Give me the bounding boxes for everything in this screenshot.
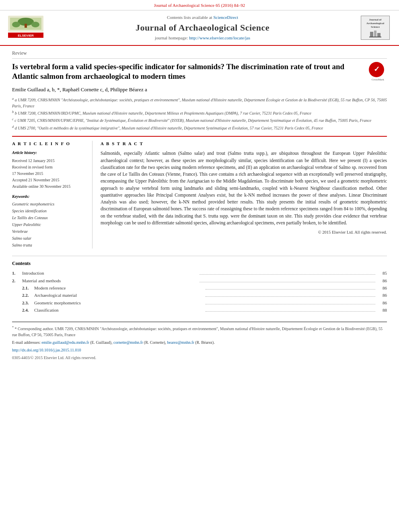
article-info-column: A R T I C L E I N F O Article history: R… [12,141,93,249]
issn-bar: 0305-4403/© 2015 Elsevier Ltd. All right… [12,355,387,361]
contents-section: Contents 1. Introduction 85 2. Material … [12,256,387,313]
authors-text: Emilie Guillaud a, b, *, Raphaël Cornett… [12,86,147,92]
item-label-2-3: Geometric morphometrics [34,300,204,306]
keyword-5: Vertebrae [12,228,86,235]
svg-rect-9 [374,31,376,37]
email1-link[interactable]: emilie.guillaud@edu.mnhn.fr [41,340,89,345]
footer-section: * * Corresponding author. UMR 7209, CNRS… [12,322,387,361]
keywords-heading: Keywords: [12,194,86,199]
item-num-2: 2. [12,278,22,284]
available-date: Available online 30 November 2015 [12,183,86,190]
journal-logo-right: Journal ofArchaeologicalScience [361,16,391,40]
email2-name: (R. Cornette), [144,340,166,345]
contents-list: 1. Introduction 85 2. Material and metho… [12,270,387,313]
abstract-heading: A B S T R A C T [101,141,387,147]
received-date: Received 12 January 2015 [12,158,86,164]
page-num-2-4: 88 [377,307,387,313]
keyword-1: Geometric morphometrics [12,201,86,207]
keyword-6: Salmo salar [12,235,86,242]
affil-b: b b UMR 7208, CNRS/MNHN/IRD/UPMC, Muséum… [12,110,387,116]
journal-center: Contents lists available at ScienceDirec… [44,14,361,41]
elsevier-logo: ELSEVIER [8,16,44,40]
article-info-heading: A R T I C L E I N F O [12,141,86,147]
contents-item-1: 1. Introduction 85 [12,270,387,276]
dots-1 [200,274,375,275]
svg-point-4 [12,22,20,27]
journal-citation-text: Journal of Archaeological Science 65 (20… [154,3,245,8]
doi-line: http://dx.doi.org/10.1016/j.jas.2015.11.… [12,347,387,353]
affil-c: c c UMR 7205, CNRS/MNHN/UPMC/EPHE, "Inst… [12,117,387,123]
main-content: Review Is vertebral form a valid species… [0,46,399,369]
item-label-2: Material and methods [22,278,198,284]
email2-link[interactable]: cornette@mnhn.fr [113,340,143,345]
contents-item-2-4: 2.4. Classification 88 [12,307,387,313]
homepage-url[interactable]: http://www.elsevier.com/locate/jas [189,35,250,40]
journal-title: Journal of Archaeological Science [44,22,361,34]
keyword-2: Species identification [12,207,86,214]
page-num-2-2: 86 [377,292,387,298]
crossmark-logo: ✓ CrossMark [369,62,387,82]
item-num-2-4: 2.4. [22,307,34,313]
article-history: Received 12 January 2015 Received in rev… [12,158,86,190]
item-num-1: 1. [12,270,22,276]
accepted-date: Accepted 21 November 2015 [12,177,86,183]
two-column-section: A R T I C L E I N F O Article history: R… [12,136,387,249]
email-line: E-mail addresses: emilie.guillaud@edu.mn… [12,340,387,345]
item-num-2-3: 2.3. [22,300,34,306]
homepage-label: journal homepage: [155,35,188,40]
dots-2-3 [206,304,375,304]
homepage-line: journal homepage: http://www.elsevier.co… [44,35,361,41]
keyword-7: Salmo trutta [12,242,86,249]
crossmark-icon: ✓ [369,62,384,77]
email3-name: (R. Béarez). [195,340,215,345]
svg-rect-11 [369,37,381,37]
email-label: E-mail addresses: [12,340,41,345]
dots-2-2 [206,296,375,297]
title-section: Is vertebral form a valid species-specif… [12,62,387,82]
keywords-body: Geometric morphometrics Species identifi… [12,201,86,249]
email3-link[interactable]: bearez@mnhn.fr [167,340,194,345]
page-num-2: 86 [377,278,387,284]
copyright: © 2015 Elsevier Ltd. All rights reserved… [101,230,387,236]
revised-label: Received in revised form [12,164,86,170]
contents-item-2-3: 2.3. Geometric morphometrics 86 [12,300,387,306]
revised-date: 17 November 2015 [12,170,86,177]
svg-point-5 [31,22,39,27]
keyword-4: Upper Paleolithic [12,221,86,228]
svg-rect-3 [25,24,27,28]
keyword-3: Le Taillis des Coteaux [12,214,86,221]
doi-link[interactable]: http://dx.doi.org/10.1016/j.jas.2015.11.… [12,348,81,352]
science-direct-link[interactable]: ScienceDirect [213,15,238,20]
item-label-2-2: Archaeological material [34,292,204,298]
dots-2-1 [206,289,375,290]
abstract-column: A B S T R A C T Salmonids, especially At… [101,141,387,249]
page-num-2-3: 86 [377,300,387,306]
history-heading: Article history: [12,150,86,156]
email1-name: (E. Guillaud), [90,340,112,345]
science-direct-line: Contents lists available at ScienceDirec… [44,14,361,21]
page-num-1: 85 [377,270,387,276]
journal-citation: Journal of Archaeological Science 65 (20… [0,0,399,10]
journal-logo-box: Journal ofArchaeologicalScience [361,16,390,40]
svg-rect-8 [370,32,373,37]
abstract-text: Salmonids, especially Atlantic salmon (S… [101,150,387,226]
page-num-2-1: 86 [377,285,387,291]
corresponding-author-note: * * Corresponding author. UMR 7209, CNRS… [12,325,387,338]
item-num-2-2: 2.2. [22,292,34,298]
item-label-2-4: Classification [34,307,204,313]
article-type: Review [12,50,387,59]
svg-rect-10 [377,33,380,37]
article-title: Is vertebral form a valid species-specif… [12,62,363,82]
contents-item-2-1: 2.1. Modern reference 86 [12,285,387,291]
item-num-2-1: 2.1. [22,285,34,291]
journal-header: ELSEVIER Contents lists available at Sci… [0,10,399,46]
affil-d: d d UMS 2700, "Outils et méthodes de la … [12,125,387,131]
dots-2-4 [206,311,375,312]
science-direct-label: Contents lists available at [167,15,212,20]
contents-item-2: 2. Material and methods 86 [12,278,387,284]
svg-text:ELSEVIER: ELSEVIER [18,34,34,37]
contents-heading: Contents [12,260,387,267]
affil-a: a a UMR 7209, CNRS/MNHN "Archéozoologie,… [12,97,387,109]
item-label-2-1: Modern reference [34,285,204,291]
footnote-text: * Corresponding author. UMR 7209, CNRS/M… [12,327,383,337]
